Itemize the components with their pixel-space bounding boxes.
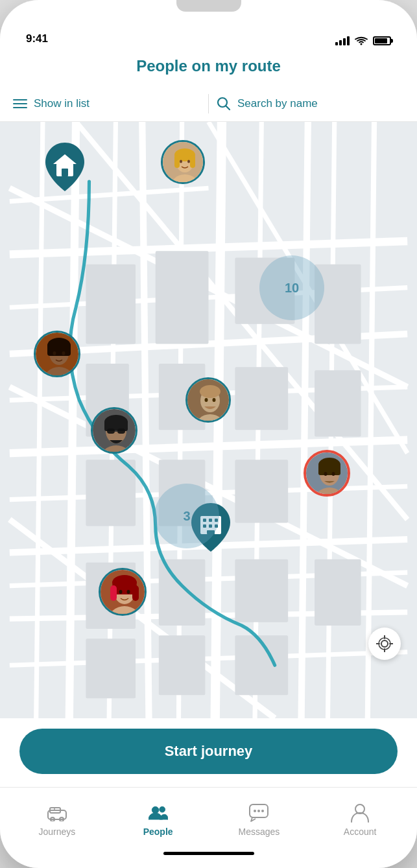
svg-point-116 — [159, 806, 165, 812]
show-in-list-label: Show in list — [34, 97, 89, 110]
svg-rect-71 — [47, 344, 71, 356]
show-in-list-button[interactable]: Show in list — [13, 97, 200, 110]
people-label: People — [143, 827, 173, 837]
svg-rect-42 — [159, 559, 206, 626]
home-pin[interactable] — [45, 143, 84, 191]
account-label: Account — [344, 827, 377, 837]
status-bar: 9:41 — [0, 0, 417, 52]
battery-icon — [373, 36, 391, 45]
cluster-10-label: 10 — [285, 281, 299, 296]
svg-rect-43 — [235, 559, 288, 622]
search-icon — [217, 97, 231, 111]
svg-rect-92 — [318, 465, 340, 475]
avatar-person-5-highlighted[interactable] — [304, 450, 350, 497]
avatar-person-4[interactable] — [185, 377, 231, 423]
avatar-person-1[interactable] — [161, 140, 205, 184]
home-indicator — [163, 852, 254, 855]
messages-label: Messages — [238, 827, 280, 837]
nav-item-messages[interactable]: Messages — [233, 803, 285, 837]
search-label: Search by name — [237, 97, 318, 110]
journeys-label: Journeys — [38, 827, 75, 837]
svg-point-94 — [332, 472, 335, 476]
svg-point-121 — [355, 804, 364, 814]
cluster-10[interactable]: 10 — [259, 255, 324, 320]
status-time: 9:41 — [26, 32, 48, 45]
svg-line-2 — [226, 106, 230, 110]
svg-point-87 — [213, 398, 216, 402]
page-header: People on my route — [0, 52, 417, 86]
svg-point-86 — [205, 398, 208, 402]
page-title: People on my route — [13, 57, 404, 75]
svg-rect-63 — [174, 155, 180, 168]
signal-icon — [335, 36, 350, 45]
status-icons — [335, 36, 391, 45]
svg-rect-44 — [315, 559, 361, 626]
svg-point-72 — [53, 351, 56, 355]
toolbar-divider — [208, 94, 209, 113]
svg-rect-100 — [110, 585, 117, 601]
svg-point-93 — [324, 472, 328, 476]
svg-rect-101 — [132, 585, 139, 601]
svg-rect-30 — [86, 264, 136, 344]
people-icon — [149, 803, 168, 823]
svg-rect-47 — [235, 635, 288, 695]
svg-point-85 — [200, 385, 220, 398]
svg-rect-46 — [159, 635, 206, 695]
svg-point-115 — [152, 806, 159, 814]
journeys-icon — [47, 803, 67, 823]
svg-rect-38 — [235, 460, 288, 522]
svg-rect-40 — [315, 370, 361, 436]
wifi-icon — [355, 36, 368, 45]
svg-point-118 — [254, 810, 256, 812]
svg-point-120 — [261, 810, 264, 812]
avatar-person-6[interactable] — [99, 568, 147, 616]
svg-rect-64 — [190, 155, 195, 168]
svg-point-65 — [180, 160, 182, 163]
phone-frame: 9:41 People on my route — [0, 0, 417, 868]
svg-point-0 — [361, 43, 363, 45]
home-pin-icon — [45, 143, 84, 191]
svg-point-102 — [119, 590, 123, 594]
avatar-person-3[interactable] — [91, 407, 137, 454]
nav-item-people[interactable]: People — [132, 803, 184, 837]
toolbar: Show in list Search by name — [0, 86, 417, 122]
locate-me-icon — [376, 635, 393, 652]
cluster-3[interactable]: 3 — [154, 484, 219, 548]
svg-rect-35 — [235, 367, 288, 430]
svg-point-104 — [381, 640, 388, 647]
nav-item-journeys[interactable]: Journeys — [31, 803, 83, 837]
cluster-3-label: 3 — [183, 509, 190, 524]
svg-rect-50 — [62, 169, 68, 176]
start-journey-button[interactable]: Start journey — [19, 729, 398, 774]
start-journey-label: Start journey — [165, 743, 253, 760]
svg-point-73 — [62, 351, 66, 355]
svg-point-103 — [127, 590, 130, 594]
start-button-container: Start journey — [0, 718, 417, 787]
svg-point-119 — [257, 810, 260, 812]
messages-icon — [249, 803, 268, 823]
search-by-name-button[interactable]: Search by name — [217, 97, 404, 111]
nav-item-account[interactable]: Account — [334, 803, 386, 837]
svg-rect-45 — [86, 639, 136, 698]
svg-rect-80 — [117, 428, 125, 434]
svg-rect-31 — [156, 251, 209, 344]
location-button[interactable] — [368, 628, 401, 660]
svg-point-66 — [187, 160, 190, 163]
svg-point-105 — [379, 638, 390, 650]
bottom-nav: Journeys People — [0, 787, 417, 852]
avatar-person-2[interactable] — [34, 331, 80, 377]
svg-rect-79 — [107, 428, 115, 434]
svg-rect-36 — [86, 460, 136, 526]
list-icon — [13, 99, 27, 108]
map-container[interactable]: 10 3 — [0, 122, 417, 718]
account-icon — [350, 803, 370, 823]
